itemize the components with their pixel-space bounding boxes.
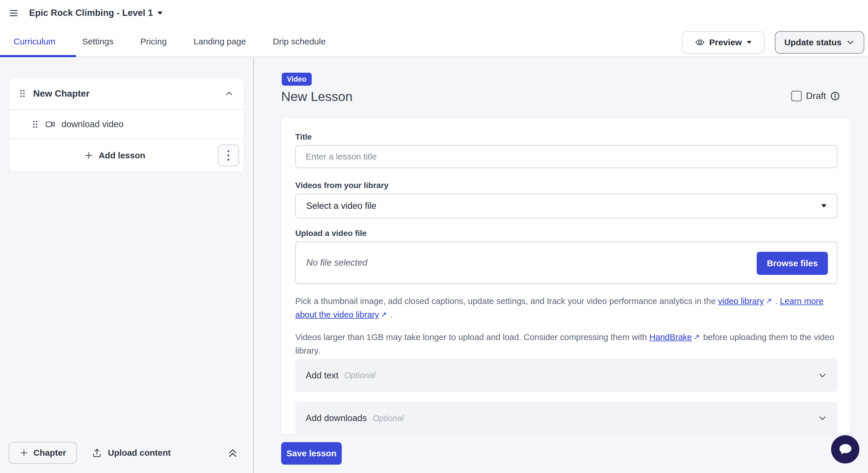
tab-settings[interactable]: Settings [82, 37, 113, 46]
lesson-title-input[interactable] [295, 145, 837, 168]
chapter-options-button[interactable] [218, 145, 239, 166]
add-lesson-label: Add lesson [99, 151, 145, 160]
tab-pricing[interactable]: Pricing [140, 37, 167, 46]
add-chapter-button[interactable]: Chapter [9, 442, 77, 464]
library-label: Videos from your library [295, 181, 389, 190]
sidebar-footer: Chapter Upload content [0, 442, 253, 464]
drag-handle-icon[interactable] [32, 120, 38, 129]
upload-icon [92, 448, 102, 458]
eye-icon [695, 37, 705, 47]
video-camera-icon [45, 119, 56, 129]
page-title: New Lesson [281, 89, 353, 104]
chat-bubble-icon [837, 441, 853, 458]
help-text: Pick a thumbnail image, add closed capti… [295, 296, 718, 306]
upload-label: Upload a video file [295, 229, 367, 238]
add-text-label: Add text [306, 370, 339, 381]
add-chapter-label: Chapter [33, 448, 66, 458]
update-status-label: Update status [784, 37, 841, 47]
chapter-card: New Chapter download video [9, 77, 244, 172]
chevron-up-icon[interactable] [225, 89, 233, 98]
external-link-icon: ↗ [766, 294, 772, 308]
video-library-select[interactable]: Select a video file [295, 193, 837, 218]
active-tab-underline [0, 55, 76, 57]
lesson-type-badge: Video [282, 73, 312, 86]
optional-label: Optional [344, 371, 375, 380]
topbar: Epic Rock Climbing - Level 1 [0, 0, 868, 26]
draft-toggle-group: Draft [791, 91, 840, 101]
help-text: . [388, 310, 393, 319]
add-downloads-label: Add downloads [306, 413, 367, 423]
course-title-menu[interactable]: Epic Rock Climbing - Level 1 [29, 8, 163, 18]
plus-icon [20, 448, 28, 457]
chevron-down-icon [818, 414, 827, 423]
link-text: HandBrake [649, 332, 692, 342]
kebab-menu-icon [227, 150, 230, 161]
collapse-all-icon[interactable] [227, 447, 238, 459]
select-value: Select a video file [306, 201, 376, 211]
caret-down-icon [157, 11, 163, 15]
caret-down-icon [821, 204, 827, 208]
link-text: video library [718, 296, 764, 306]
drag-handle-icon[interactable] [19, 89, 26, 98]
info-icon[interactable] [830, 91, 840, 101]
compression-help-text: Videos larger than 1GB may take longer t… [295, 330, 839, 357]
optional-label: Optional [373, 414, 404, 423]
add-lesson-row: Add lesson [9, 139, 244, 171]
curriculum-sidebar: New Chapter download video [0, 58, 254, 473]
chevron-down-icon [818, 371, 827, 380]
no-file-text: No file selected [306, 257, 367, 268]
upload-content-button[interactable]: Upload content [92, 442, 171, 464]
draft-checkbox[interactable] [791, 91, 802, 101]
browse-files-button[interactable]: Browse files [757, 252, 828, 275]
tab-landing-page[interactable]: Landing page [193, 37, 246, 46]
chapter-title: New Chapter [33, 88, 90, 99]
course-title: Epic Rock Climbing - Level 1 [29, 8, 153, 18]
add-lesson-button[interactable]: Add lesson [84, 151, 145, 160]
tab-curriculum[interactable]: Curriculum [13, 37, 55, 46]
video-library-link[interactable]: video library↗ [718, 296, 773, 306]
add-text-section[interactable]: Add text Optional [295, 359, 837, 392]
caret-down-icon [747, 41, 751, 44]
chat-widget-button[interactable] [831, 435, 859, 464]
lesson-item[interactable]: download video [9, 110, 244, 139]
video-library-help-text: Pick a thumbnail image, add closed capti… [295, 294, 839, 322]
lesson-title: download video [61, 119, 123, 129]
preview-button[interactable]: Preview [682, 31, 765, 54]
update-status-button[interactable]: Update status [775, 31, 864, 54]
help-text: . [773, 296, 780, 306]
handbrake-link[interactable]: HandBrake↗ [649, 332, 701, 342]
tab-drip-schedule[interactable]: Drip schedule [273, 37, 326, 46]
header: Epic Rock Climbing - Level 1 Curriculum … [0, 0, 868, 57]
upload-content-label: Upload content [108, 448, 171, 458]
tab-bar: Curriculum Settings Pricing Landing page… [0, 26, 490, 57]
chevron-down-icon [846, 38, 855, 47]
help-text: Videos larger than 1GB may take longer t… [295, 332, 649, 342]
preview-label: Preview [709, 37, 742, 47]
file-upload-dropzone[interactable]: No file selected Browse files [295, 242, 837, 284]
external-link-icon: ↗ [381, 308, 387, 321]
chapter-header[interactable]: New Chapter [9, 77, 244, 109]
title-label: Title [295, 132, 312, 141]
lesson-form-card: Title Videos from your library Select a … [281, 118, 851, 434]
plus-icon [84, 151, 93, 160]
draft-label: Draft [806, 91, 826, 101]
external-link-icon: ↗ [693, 330, 700, 344]
add-downloads-section[interactable]: Add downloads Optional [295, 402, 837, 434]
save-lesson-button[interactable]: Save lesson [281, 442, 342, 465]
hamburger-menu-icon[interactable] [10, 10, 18, 16]
